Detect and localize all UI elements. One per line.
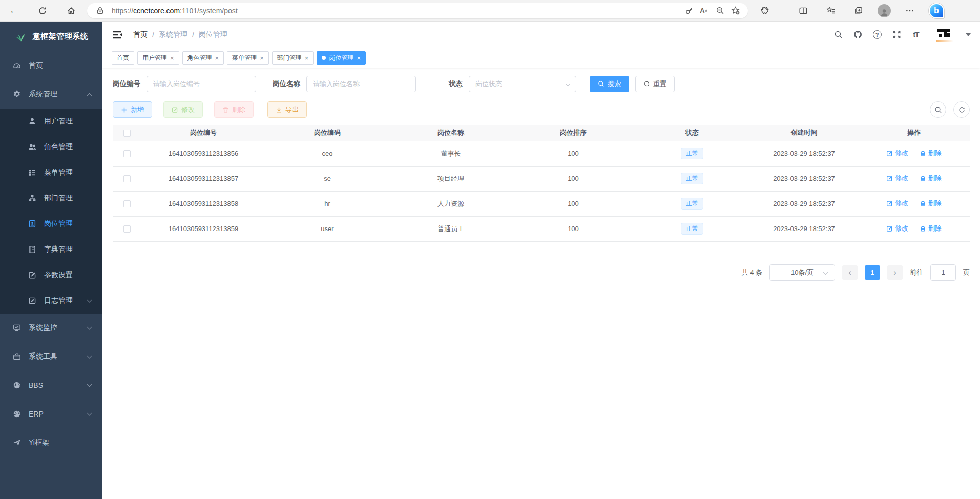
font-size-icon[interactable]: tT [910, 29, 922, 40]
close-icon[interactable]: × [170, 54, 174, 62]
yi-logo-avatar[interactable] [935, 26, 954, 44]
sidebar-item-label: 角色管理 [44, 142, 73, 152]
row-edit-link[interactable]: 修改 [886, 149, 908, 158]
row-edit-link[interactable]: 修改 [886, 174, 908, 183]
add-button[interactable]: 新增 [113, 101, 152, 118]
close-icon[interactable]: × [215, 54, 219, 62]
goto-page-input[interactable] [930, 264, 956, 281]
read-aloud-icon[interactable]: A [697, 4, 712, 17]
browser-profile-avatar[interactable] [878, 4, 891, 17]
browser-back-button[interactable]: ← [5, 3, 23, 18]
reset-button[interactable]: 重置 [635, 76, 675, 92]
table-refresh-button[interactable] [953, 101, 970, 118]
next-page-button[interactable]: › [887, 265, 903, 280]
zoom-out-icon[interactable] [712, 4, 727, 17]
close-icon[interactable]: × [260, 54, 264, 62]
fullscreen-icon[interactable] [891, 29, 902, 40]
select-all-checkbox[interactable] [123, 130, 131, 137]
col-post-id: 岗位编号 [141, 125, 265, 141]
plant-logo-icon [14, 30, 28, 43]
sidebar-item-role-mgmt[interactable]: 角色管理 [0, 134, 102, 160]
row-edit-link[interactable]: 修改 [886, 199, 908, 208]
sidebar-item-dict-mgmt[interactable]: 字典管理 [0, 237, 102, 262]
user-menu-caret-icon[interactable] [966, 33, 971, 36]
tab-dept-mgmt[interactable]: 部门管理 × [272, 51, 314, 65]
sidebar-item-label: BBS [29, 381, 43, 389]
sidebar-item-label: 岗位管理 [44, 219, 73, 228]
post-code-input[interactable] [147, 76, 256, 92]
row-edit-link[interactable]: 修改 [886, 224, 908, 233]
sidebar-item-menu-mgmt[interactable]: 菜单管理 [0, 160, 102, 185]
chevron-down-icon [566, 81, 571, 86]
sidebar-item-erp[interactable]: ERP [0, 400, 102, 428]
sidebar-item-post-mgmt[interactable]: 岗位管理 [0, 211, 102, 237]
edit-button[interactable]: 修改 [163, 101, 203, 118]
page-size-select[interactable]: 10条/页 [769, 264, 835, 281]
tab-user-mgmt[interactable]: 用户管理 × [137, 51, 179, 65]
close-icon[interactable]: × [305, 54, 309, 62]
table-row: 1641030593112313856 ceo 董事长 100 正常 2023-… [113, 141, 970, 166]
app-logo-row: 意框架管理系统 [0, 22, 102, 51]
row-delete-link[interactable]: 删除 [920, 224, 942, 233]
favorite-star-icon[interactable] [727, 4, 743, 17]
tab-role-mgmt[interactable]: 角色管理 × [182, 51, 224, 65]
sidebar-item-user-mgmt[interactable]: 用户管理 [0, 109, 102, 134]
export-button[interactable]: 导出 [267, 101, 307, 118]
sidebar-item-dept-mgmt[interactable]: 部门管理 [0, 185, 102, 211]
close-icon[interactable]: × [357, 54, 361, 62]
bing-copilot-icon[interactable]: b [929, 3, 944, 18]
delete-button[interactable]: 删除 [214, 101, 254, 118]
status-select[interactable]: 岗位状态 [469, 76, 576, 92]
sidebar-item-param-settings[interactable]: 参数设置 [0, 262, 102, 288]
header-search-icon[interactable] [832, 29, 844, 40]
search-button[interactable]: 搜索 [590, 76, 629, 92]
sidebar-item-system-tools[interactable]: 系统工具 [0, 342, 102, 371]
address-bar[interactable]: https://ccnetcore.com:1101/system/post A [87, 3, 748, 18]
help-icon[interactable]: ? [871, 29, 883, 40]
browser-essentials-icon[interactable] [756, 3, 774, 18]
sidebar-item-system-mgmt[interactable]: 系统管理 [0, 80, 102, 109]
status-badge: 正常 [681, 173, 703, 184]
status-badge: 正常 [681, 223, 703, 235]
table-header-row: 岗位编号 岗位编码 岗位名称 岗位排序 状态 创建时间 操作 [113, 125, 970, 141]
sidebar-item-home[interactable]: 首页 [0, 51, 102, 80]
split-screen-icon[interactable] [795, 3, 812, 18]
row-checkbox[interactable] [123, 200, 131, 207]
collections-icon[interactable] [850, 3, 867, 18]
table-row: 1641030593112313857 se 项目经理 100 正常 2023-… [113, 166, 970, 191]
row-checkbox[interactable] [123, 150, 131, 157]
tab-post-mgmt[interactable]: 岗位管理 × [317, 51, 366, 65]
favorites-hub-icon[interactable] [822, 3, 840, 18]
sidebar-item-yi-framework[interactable]: Yi框架 [0, 428, 102, 457]
status-badge: 正常 [681, 198, 703, 210]
tab-menu-mgmt[interactable]: 菜单管理 × [227, 51, 269, 65]
tab-home[interactable]: 首页 [112, 51, 134, 65]
globe-icon [12, 381, 22, 390]
sidebar-collapse-icon[interactable] [111, 28, 124, 41]
page-number-1[interactable]: 1 [865, 265, 880, 280]
sidebar-item-bbs[interactable]: BBS [0, 371, 102, 400]
browser-refresh-button[interactable] [34, 3, 51, 18]
github-icon[interactable] [852, 29, 863, 40]
prev-page-button[interactable]: ‹ [842, 265, 858, 280]
row-checkbox[interactable] [123, 225, 131, 233]
password-key-icon[interactable] [681, 4, 697, 17]
sidebar-item-system-monitor[interactable]: 系统监控 [0, 314, 102, 342]
row-delete-link[interactable]: 删除 [920, 149, 942, 158]
sidebar-item-log-mgmt[interactable]: 日志管理 [0, 288, 102, 314]
breadcrumb-home[interactable]: 首页 [133, 30, 148, 39]
page-unit: 页 [963, 268, 970, 277]
row-delete-link[interactable]: 删除 [920, 199, 942, 208]
table-row: 1641030593112313859 user 普通员工 100 正常 202… [113, 216, 970, 241]
table-search-toggle-button[interactable] [930, 101, 946, 118]
breadcrumb-separator: / [192, 31, 194, 39]
chevron-down-icon [87, 298, 92, 303]
dictionary-icon [28, 245, 37, 254]
row-checkbox[interactable] [123, 175, 131, 182]
toolbox-icon [12, 352, 22, 361]
post-name-input[interactable] [306, 76, 416, 92]
badge-icon [28, 219, 37, 228]
browser-home-button[interactable] [62, 3, 80, 18]
browser-more-icon[interactable] [901, 3, 919, 18]
row-delete-link[interactable]: 删除 [920, 174, 942, 183]
